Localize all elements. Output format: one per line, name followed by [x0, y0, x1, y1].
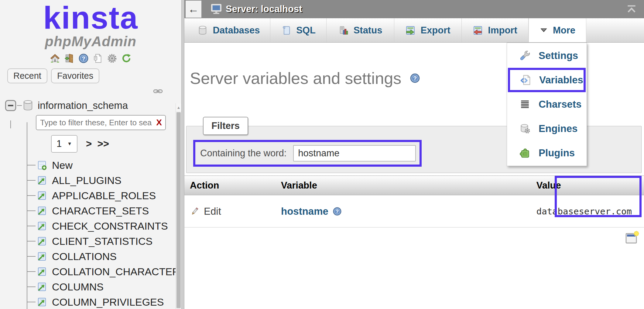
page-select-value: 1 — [57, 138, 62, 149]
back-button[interactable]: ← — [186, 1, 201, 18]
view-table-icon — [36, 236, 47, 247]
tree-guide-stub — [10, 120, 11, 128]
tree-connector — [17, 105, 22, 106]
collapse-minus-icon[interactable] — [4, 99, 17, 112]
view-table-icon — [36, 266, 47, 277]
menu-item-charsets[interactable]: Charsets — [507, 92, 587, 116]
variables-doc-icon — [520, 74, 531, 86]
database-name[interactable]: information_schema — [38, 100, 128, 111]
menu-item-variables[interactable]: Variables — [508, 68, 586, 92]
import-icon — [473, 25, 483, 36]
tab-status[interactable]: Status — [327, 18, 394, 42]
tab-sql[interactable]: SQL — [270, 18, 327, 42]
menu-item-engines[interactable]: Engines — [507, 116, 587, 141]
help-icon[interactable] — [78, 53, 89, 64]
database-icon — [197, 25, 208, 36]
tree-item[interactable]: COLUMNS — [0, 279, 176, 294]
filter-clear-x[interactable]: X — [156, 118, 162, 127]
view-table-icon — [36, 281, 47, 292]
tree-item[interactable]: COLLATION_CHARACTER — [0, 264, 176, 279]
tab-export[interactable]: Export — [394, 18, 462, 42]
scrollbar-up-arrow[interactable]: ▲ — [176, 103, 181, 111]
containing-word-input[interactable] — [293, 145, 416, 161]
header-value: Value — [531, 176, 644, 195]
new-table-icon — [36, 160, 47, 171]
pencil-icon — [190, 207, 200, 216]
filters-legend: Filters — [203, 117, 248, 135]
menu-item-settings[interactable]: Settings — [507, 43, 587, 68]
help-icon[interactable] — [410, 73, 420, 83]
header-action: Action — [184, 176, 276, 195]
tree-item[interactable]: APPLICABLE_ROLES — [0, 188, 176, 203]
docs-icon[interactable] — [93, 53, 103, 64]
containing-word-label: Containing the word: — [200, 148, 286, 159]
sql-scroll-icon — [281, 25, 291, 36]
scroll-to-top-icon[interactable] — [626, 3, 637, 15]
page-title: Server variables and settings — [190, 69, 401, 88]
variable-name[interactable]: hostname — [281, 206, 328, 217]
export-icon — [405, 25, 416, 36]
table-header-row: Action Variable Value — [184, 176, 644, 195]
database-icon — [22, 99, 34, 112]
more-dropdown-menu: Settings Variables Charsets Engines Plug… — [507, 43, 587, 166]
view-table-icon — [36, 205, 47, 216]
gear-icon[interactable] — [107, 53, 117, 64]
link-chain-icon[interactable] — [153, 88, 163, 95]
favorites-button[interactable]: Favorites — [51, 68, 99, 83]
status-chart-icon — [338, 25, 349, 36]
tab-more[interactable]: More — [529, 18, 586, 42]
tree-item[interactable]: COLUMN_PRIVILEGES — [0, 294, 176, 309]
recent-button[interactable]: Recent — [7, 68, 47, 83]
tree-filter-input[interactable] — [36, 115, 166, 130]
table-row: Edit hostname databaseserver.com — [184, 195, 644, 227]
open-new-window-icon[interactable] — [625, 231, 639, 245]
main-tabbar: Databases SQL Status Export Import More — [184, 18, 644, 43]
phpmyadmin-logo-text: phpMyAdmin — [0, 33, 181, 50]
table-tree: New ALL_PLUGINS APPLICABLE_ROLES CHARACT… — [0, 158, 181, 309]
view-table-icon — [36, 175, 47, 186]
menu-item-plugins[interactable]: Plugins — [507, 141, 587, 165]
view-table-icon — [36, 297, 47, 307]
sidebar-toolbar — [0, 53, 181, 64]
server-breadcrumb-bar: ← Server: localhost — [184, 0, 644, 18]
tree-item[interactable]: CHECK_CONSTRAINTS — [0, 218, 176, 234]
sidebar: kinsta phpMyAdmin Recent Favorites infor… — [0, 0, 181, 309]
server-monitor-icon — [210, 3, 223, 16]
server-breadcrumb[interactable]: Server: localhost — [226, 4, 302, 15]
variable-value: databaseserver.com — [531, 195, 644, 227]
variables-table: Action Variable Value Edit — [184, 175, 644, 227]
caret-down-icon — [540, 26, 548, 35]
main-panel: ← Server: localhost Databases SQL Status… — [184, 0, 644, 309]
tree-item[interactable]: CLIENT_STATISTICS — [0, 234, 176, 249]
help-icon[interactable] — [333, 207, 342, 216]
scrollbar-thumb[interactable] — [176, 112, 181, 308]
tree-item-new[interactable]: New — [0, 158, 176, 173]
view-table-icon — [36, 220, 47, 231]
tree-item[interactable]: COLLATIONS — [0, 249, 176, 264]
tab-import[interactable]: Import — [462, 18, 529, 42]
view-table-icon — [36, 190, 47, 201]
kinsta-logo: kinsta — [0, 1, 181, 34]
filter-highlight-box: Containing the word: — [193, 140, 422, 167]
last-page-link[interactable]: >> — [97, 138, 109, 150]
sidebar-scrollbar[interactable]: ▲ — [176, 103, 181, 309]
home-icon[interactable] — [50, 53, 60, 64]
refresh-icon[interactable] — [121, 53, 132, 64]
plugin-puzzle-icon — [519, 147, 531, 159]
header-variable: Variable — [276, 176, 531, 195]
tab-databases[interactable]: Databases — [187, 18, 270, 42]
view-table-icon — [36, 251, 47, 262]
tree-item[interactable]: ALL_PLUGINS — [0, 173, 176, 188]
exit-door-icon[interactable] — [64, 53, 74, 64]
database-tree-root: information_schema — [0, 99, 181, 112]
next-page-link[interactable]: > — [86, 138, 92, 150]
edit-action[interactable]: Edit — [190, 206, 275, 217]
tree-item[interactable]: CHARACTER_SETS — [0, 203, 176, 218]
page-select[interactable]: 1 ▼ — [51, 135, 77, 153]
charsets-icon — [519, 99, 531, 110]
engines-icon — [519, 123, 531, 134]
panel-divider[interactable] — [181, 0, 184, 309]
chevron-down-icon: ▼ — [67, 141, 72, 147]
wrench-icon — [519, 50, 531, 61]
